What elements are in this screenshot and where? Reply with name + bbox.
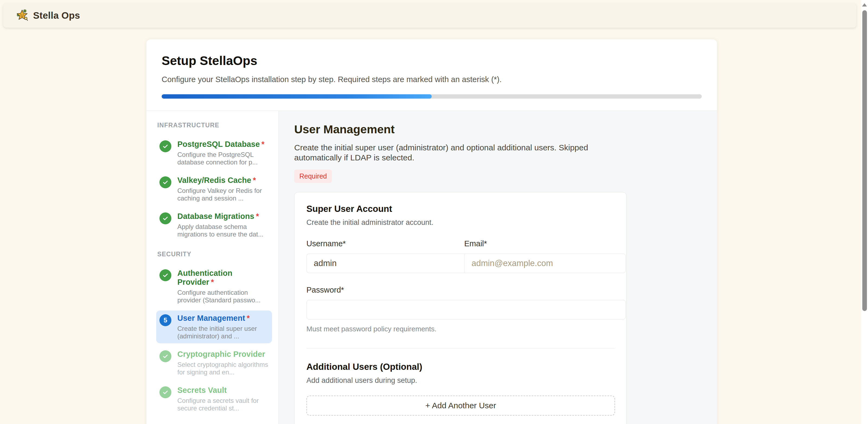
page-title: Setup StellaOps — [162, 53, 702, 68]
step-title: User Management — [177, 314, 245, 322]
step-description: Apply database schema migrations to ensu… — [177, 223, 269, 238]
username-label: Username* — [306, 239, 464, 248]
step-description: Configure the PostgreSQL database connec… — [177, 151, 269, 166]
step-title: Secrets Vault — [177, 386, 227, 394]
wizard-header: Setup StellaOps Configure your StellaOps… — [147, 39, 717, 111]
progress-bar — [162, 94, 702, 99]
sidebar-item-user-management[interactable]: 5 User Management* Create the initial su… — [156, 311, 272, 343]
sidebar-item-valkey-redis-cache[interactable]: Valkey/Redis Cache* Configure Valkey or … — [156, 172, 272, 205]
sidebar-item-database-migrations[interactable]: Database Migrations* Apply database sche… — [156, 208, 272, 241]
required-asterisk: * — [261, 140, 265, 149]
section-label-security: SECURITY — [157, 251, 272, 258]
check-circle-icon — [159, 176, 172, 188]
card-title: Super User Account — [306, 204, 615, 214]
step-description: Select cryptographic algorithms for sign… — [177, 361, 269, 376]
page-subtitle: Configure your StellaOps installation st… — [162, 75, 702, 84]
step-number-badge: 5 — [159, 314, 172, 326]
username-field[interactable] — [306, 254, 464, 273]
email-field[interactable] — [464, 254, 626, 273]
step-description: Configure authentication provider (Stand… — [177, 289, 269, 304]
stella-ops-logo-icon — [16, 9, 29, 22]
password-help-text: Must meet password policy requirements. — [306, 325, 626, 333]
sidebar-item-postgresql-database[interactable]: PostgreSQL Database* Configure the Postg… — [156, 136, 272, 169]
required-asterisk: * — [247, 314, 250, 322]
step-content: User Management Create the initial super… — [279, 111, 717, 424]
progress-fill — [162, 94, 432, 99]
check-circle-icon — [159, 350, 172, 362]
step-description: Configure Valkey or Redis for caching an… — [177, 187, 269, 202]
step-description: Create the initial super user (administr… — [177, 325, 269, 340]
sidebar-item-cryptographic-provider[interactable]: Cryptographic Provider Select cryptograp… — [156, 347, 272, 379]
step-title: Valkey/Redis Cache — [177, 176, 251, 185]
step-title: Database Migrations — [177, 212, 254, 221]
required-badge: Required — [294, 170, 332, 183]
password-field[interactable] — [306, 300, 626, 319]
section-label-infrastructure: INFRASTRUCTURE — [157, 122, 272, 129]
super-user-account-card: Super User Account Create the initial ad… — [294, 192, 627, 424]
step-title: Cryptographic Provider — [177, 350, 265, 358]
check-circle-icon — [159, 213, 172, 224]
brand-title: Stella Ops — [33, 10, 80, 21]
required-asterisk: * — [256, 212, 259, 221]
sidebar-item-secrets-vault[interactable]: Secrets Vault Configure a secrets vault … — [156, 383, 272, 415]
scroll-up-arrow-icon[interactable] — [862, 3, 867, 6]
step-page-title: User Management — [294, 123, 717, 136]
wizard-steps-sidebar: INFRASTRUCTURE PostgreSQL Database* Conf… — [147, 111, 279, 424]
step-title: PostgreSQL Database — [177, 140, 260, 149]
check-circle-icon — [159, 269, 172, 281]
scrollbar-thumb[interactable] — [862, 10, 867, 311]
vertical-scrollbar[interactable] — [861, 0, 868, 424]
additional-users-subtitle: Add additional users during setup. — [306, 376, 615, 385]
step-description: Configure a secrets vault for secure cre… — [177, 397, 269, 412]
required-asterisk: * — [253, 176, 256, 185]
required-asterisk: * — [211, 278, 214, 286]
setup-wizard-panel: Setup StellaOps Configure your StellaOps… — [147, 39, 717, 424]
topbar: Stella Ops — [3, 3, 856, 28]
password-label: Password* — [306, 286, 626, 294]
additional-users-title: Additional Users (Optional) — [306, 362, 615, 372]
check-circle-icon — [159, 140, 172, 152]
email-label: Email* — [464, 239, 626, 248]
step-title: Authentication Provider — [177, 269, 232, 286]
step-page-description: Create the initial super user (administr… — [294, 142, 598, 163]
card-subtitle: Create the initial administrator account… — [306, 218, 615, 227]
check-circle-icon — [159, 386, 172, 398]
sidebar-item-authentication-provider[interactable]: Authentication Provider* Configure authe… — [156, 265, 272, 307]
add-another-user-button[interactable]: + Add Another User — [306, 396, 615, 416]
